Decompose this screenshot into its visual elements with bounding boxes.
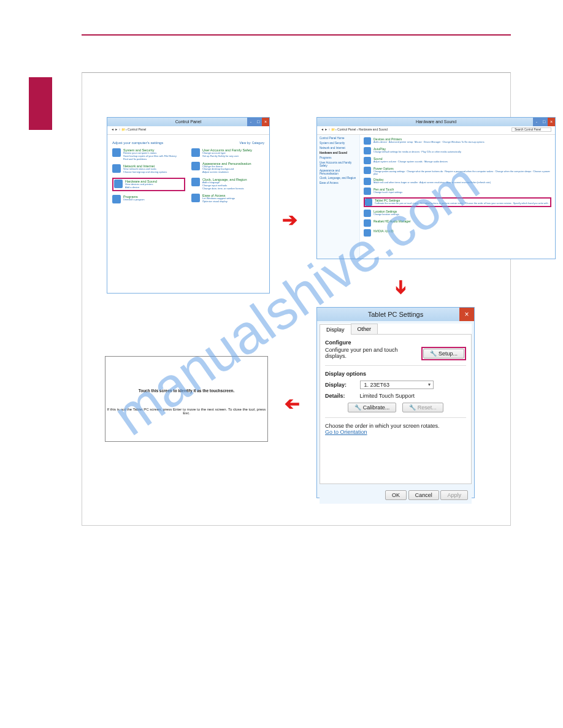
dialog-titlebar: Tablet PC Settings ×	[317, 308, 474, 321]
details-value: Limited Touch Support	[360, 393, 415, 399]
control-panel-body: Adjust your computer's settings View by:…	[107, 135, 269, 211]
address-bar[interactable]: ◄ ► ↑ 📁 › Control Panel	[107, 126, 269, 135]
category-icon	[112, 148, 121, 157]
cp-category[interactable]: Network and InternetView network status …	[112, 164, 185, 174]
maximize-button[interactable]: □	[255, 118, 262, 126]
apply-button: Apply	[440, 490, 468, 500]
category-icon	[191, 178, 200, 186]
window-title: Hardware and Sound	[416, 119, 456, 124]
category-icon	[364, 147, 371, 154]
tab-other[interactable]: Other	[351, 324, 378, 334]
window-titlebar: Hardware and Sound - □ ×	[317, 118, 555, 126]
hs-category[interactable]: Tablet PC SettingsCalibrate the screen f…	[364, 197, 551, 207]
hs-category[interactable]: Realtek HD Audio Manager	[364, 219, 551, 227]
cp-category[interactable]: Appearance and PersonalisationChange the…	[191, 162, 264, 174]
close-button[interactable]: ×	[262, 118, 269, 126]
category-icon	[365, 199, 372, 206]
control-panel-window: Control Panel - □ × ◄ ► ↑ 📁 › Control Pa…	[107, 117, 270, 294]
cp-category[interactable]: Ease of AccessLet Windows suggest settin…	[191, 194, 264, 203]
category-icon	[364, 210, 371, 217]
hardware-sound-window: Hardware and Sound - □ × ◄ ► ↑ 📁 › Contr…	[316, 117, 556, 259]
details-label: Details:	[325, 393, 358, 399]
sidebar-item[interactable]: System and Security	[320, 142, 357, 145]
dialog-body: Configure Configure your pen and touch d…	[320, 335, 472, 484]
hs-category[interactable]: Power OptionsChange power-saving setting…	[364, 167, 551, 175]
hs-category[interactable]: NVIDIA 제어판	[364, 229, 551, 237]
arrow-down-icon: ➔	[391, 279, 412, 295]
dialog-buttons: OK Cancel Apply	[320, 487, 472, 504]
dialog-title: Tablet PC Settings	[368, 311, 424, 318]
tablet-pc-settings-dialog: Tablet PC Settings × Display Other Confi…	[316, 307, 475, 498]
content-box: manualshive.com Control Panel - □ × ◄ ► …	[82, 72, 511, 526]
category-icon	[191, 162, 200, 170]
close-button[interactable]: ×	[459, 308, 474, 321]
sidebar-item[interactable]: Programs	[320, 157, 357, 160]
window-titlebar: Control Panel - □ ×	[107, 118, 269, 126]
setup-button[interactable]: 🔧 Setup...	[423, 349, 464, 358]
category-icon	[364, 219, 371, 227]
category-icon	[364, 178, 371, 185]
identify-screen-prompt: Touch this screen to identify it as the …	[105, 356, 268, 442]
rotate-text: Choose the order in which your screen ro…	[325, 423, 466, 429]
hardware-sound-list: Devices and PrintersAdd a device · Advan…	[360, 135, 555, 259]
configure-description: Configure your pen and touch displays.	[325, 347, 411, 359]
hs-category[interactable]: Location SettingsChange location setting…	[364, 210, 551, 217]
category-icon	[112, 164, 121, 173]
category-icon	[364, 167, 371, 174]
category-icon	[191, 148, 200, 157]
cp-heading: Adjust your computer's settings View by:…	[112, 141, 264, 145]
arrow-left-icon: ➔	[285, 394, 300, 415]
identify-main-text: Touch this screen to identify it as the …	[105, 389, 267, 393]
calibrate-button[interactable]: 🔧 Calibrate...	[348, 403, 396, 412]
setup-highlight: 🔧 Setup...	[421, 347, 466, 360]
ok-button[interactable]: OK	[385, 490, 407, 500]
sidebar-item[interactable]: Network and Internet	[320, 147, 357, 150]
cp-category[interactable]: ProgramsUninstall a program	[112, 195, 185, 203]
orientation-link[interactable]: Go to Orientation	[325, 429, 466, 435]
page: manualshive.com Control Panel - □ × ◄ ► …	[82, 34, 511, 526]
hs-category[interactable]: AutoPlayChange default settings for medi…	[364, 147, 551, 154]
sidebar-item[interactable]: Ease of Access	[320, 182, 357, 185]
category-icon	[364, 137, 371, 145]
window-controls: - □ ×	[247, 118, 269, 126]
hs-category[interactable]: SoundAdjust system volume · Change syste…	[364, 157, 551, 164]
sidebar-item[interactable]: Clock, Language, and Region	[320, 177, 357, 180]
display-label: Display:	[325, 382, 358, 388]
hs-category[interactable]: Pen and TouchChange touch input settings	[364, 188, 551, 195]
cp-category[interactable]: Clock, Language, and RegionAdd a languag…	[191, 178, 264, 190]
sidebar-item[interactable]: Control Panel Home	[320, 137, 357, 140]
category-icon	[364, 157, 371, 164]
category-icon	[112, 195, 121, 203]
category-icon	[364, 188, 371, 195]
sidebar-item[interactable]: Appearance and Personalisation	[320, 170, 357, 176]
reset-button: 🔧 Reset...	[402, 403, 443, 412]
configure-heading: Configure	[325, 339, 466, 346]
cancel-button[interactable]: Cancel	[408, 490, 439, 500]
search-input[interactable]: Search Control Panel	[511, 127, 551, 132]
cp-category[interactable]: System and SecurityReview your computer'…	[112, 148, 185, 161]
category-icon	[191, 194, 200, 202]
maximize-button[interactable]: □	[540, 118, 548, 126]
hs-category[interactable]: DisplayMake text and other items larger …	[364, 178, 551, 185]
minimize-button[interactable]: -	[247, 118, 255, 126]
window-title: Control Panel	[175, 119, 201, 124]
hs-category[interactable]: Devices and PrintersAdd a device · Advan…	[364, 137, 551, 145]
side-tab	[29, 77, 52, 130]
view-by[interactable]: View by: Category	[240, 141, 264, 145]
dialog-tabs: Display Other	[320, 324, 472, 335]
cp-category[interactable]: Hardware and SoundView devices and print…	[112, 178, 185, 191]
sidebar-item[interactable]: Hardware and Sound	[320, 152, 357, 155]
minimize-button[interactable]: -	[533, 118, 540, 126]
page-rule	[82, 34, 511, 36]
cp-category[interactable]: User Accounts and Family SafetyChange ac…	[191, 148, 264, 158]
category-icon	[364, 229, 371, 237]
sidebar: Control Panel HomeSystem and SecurityNet…	[317, 135, 360, 259]
close-button[interactable]: ×	[548, 118, 555, 126]
display-options-heading: Display options	[325, 371, 466, 377]
display-select[interactable]: 1. 23ET63	[360, 381, 434, 389]
window-controls: - □ ×	[533, 118, 555, 126]
arrow-right-icon: ➔	[282, 209, 297, 230]
address-bar[interactable]: ◄ ► ↑ 📁 › Control Panel › Hardware and S…	[317, 126, 555, 135]
sidebar-item[interactable]: User Accounts and Family Safety	[320, 162, 357, 168]
tab-display[interactable]: Display	[320, 324, 351, 335]
